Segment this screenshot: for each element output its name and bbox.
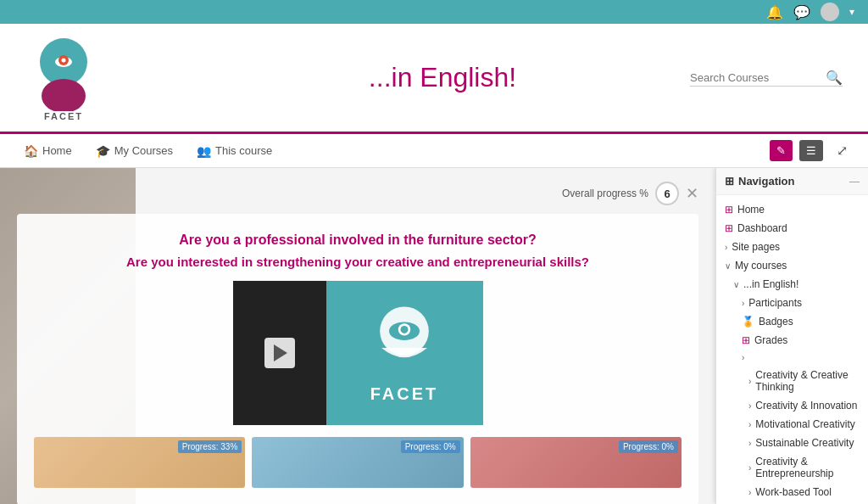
svg-point-1 [42,79,86,111]
progress-label: Overall progress % [562,188,648,199]
edit-button[interactable]: ✎ [770,140,793,161]
site-header: FACET ...in English! 🔍 [0,24,868,134]
video-facet-panel: FACET [326,281,483,425]
sidebar-item-entrepreneurship[interactable]: › Creativity & Entrepreneurship [716,452,868,483]
motivational-chevron: › [748,420,751,429]
home-tree-icon: ⊞ [725,204,733,216]
video-player: FACET [233,281,483,425]
creativity-chevron: › [748,377,751,386]
headline1: Are you a professional involved in the f… [34,231,682,249]
course-card-3[interactable]: Progress: 0% [470,437,682,488]
sidebar-item-expand[interactable]: › [716,350,868,366]
search-icon[interactable]: 🔍 [826,70,843,86]
sidebar-item-dashboard[interactable]: ⊞ Dashboard [716,219,868,238]
sidebar-item-participants[interactable]: › Participants [716,294,868,312]
sidebar-innovation-label: Creativity & Innovation [755,400,857,412]
navigation-sidebar: ⊞ Navigation — ⊞ Home ⊞ Dashboard › Site… [715,168,868,504]
sidebar-item-sustainable[interactable]: › Sustainable Creativity [716,434,868,452]
top-bar: 🔔 💬 ▾ [0,0,868,24]
sidebar-creativity-label: Creativity & Creative Thinking [755,369,860,393]
content-box: Are you a professional involved in the f… [17,214,698,504]
sidebar-item-motivational[interactable]: › Motivational Creativity [716,415,868,434]
cards-row: Progress: 33% Progress: 0% Progress: 0% [34,437,682,488]
main-layout: Overall progress % 6 ✕ Are you a profess… [0,168,868,504]
content-area: Overall progress % 6 ✕ Are you a profess… [0,168,715,504]
sidebar-item-workbased[interactable]: › Work-based Tool [716,483,868,501]
inenglish-chevron: ∨ [733,280,739,289]
sidebar-item-home[interactable]: ⊞ Home [716,200,868,219]
sustainable-chevron: › [748,439,751,448]
user-dropdown-arrow[interactable]: ▾ [849,6,854,18]
sidebar-grades-label: Grades [754,334,787,346]
mycourses-chevron: ∨ [725,261,731,271]
sidebar-sitepages-label: Site pages [732,241,780,253]
video-facet-label: FACET [366,384,442,404]
avatar[interactable] [821,3,839,21]
sidebar-title-text: Navigation [738,175,794,188]
card-progress-1: Progress: 33% [178,440,242,453]
course-card-1[interactable]: Progress: 33% [34,437,245,488]
mycourses-icon: 🎓 [96,144,110,158]
nav-my-courses[interactable]: 🎓 My Courses [86,139,183,163]
sidebar-workbased-label: Work-based Tool [755,486,832,498]
sidebar-header: ⊞ Navigation — [716,168,868,195]
sidebar-home-label: Home [737,204,765,216]
play-button[interactable] [264,338,295,368]
sidebar-title: ⊞ Navigation [725,175,794,188]
content-inner: Overall progress % 6 ✕ Are you a profess… [0,168,715,504]
nav-thiscourse-label: This course [215,144,272,157]
expand-chevron: › [742,353,744,362]
course-card-2[interactable]: Progress: 0% [252,437,463,488]
logo-text: FACET [44,111,83,121]
sidebar-item-site-pages[interactable]: › Site pages [716,238,868,256]
nav-home-label: Home [42,144,72,157]
close-button[interactable]: ✕ [686,184,698,203]
svg-point-9 [401,326,409,333]
navigation-icon: ⊞ [725,175,734,188]
chat-icon[interactable]: 💬 [793,4,810,20]
sidebar-mycourses-label: My courses [735,260,787,272]
sitepages-chevron: › [725,243,727,252]
grades-icon: ⊞ [742,334,750,346]
sidebar-item-creativity-innovation[interactable]: › Creativity & Innovation [716,396,868,415]
svg-point-4 [62,58,66,62]
sidebar-sustainable-label: Sustainable Creativity [755,437,854,449]
headline2: Are you interested in strengthening your… [34,255,682,269]
nav-this-course[interactable]: 👥 This course [186,139,282,163]
site-title: ...in English! [127,62,758,93]
sidebar-item-my-courses[interactable]: ∨ My courses [716,256,868,275]
sidebar-motivational-label: Motivational Creativity [755,418,854,430]
video-logo-svg [366,302,442,378]
card-progress-3: Progress: 0% [619,440,678,453]
home-icon: 🏠 [24,144,38,158]
sidebar-item-in-english[interactable]: ∨ ...in English! [716,275,868,294]
sidebar-item-grades[interactable]: ⊞ Grades [716,331,868,350]
dashboard-tree-icon: ⊞ [725,222,733,234]
nav-home[interactable]: 🏠 Home [14,139,82,163]
sidebar-badges-label: Badges [759,316,793,328]
sidebar-item-badges[interactable]: 🏅 Badges [716,312,868,331]
sidebar-entrepreneurship-label: Creativity & Entrepreneurship [755,456,860,479]
bell-icon[interactable]: 🔔 [766,4,783,20]
badges-icon: 🏅 [742,316,754,328]
sidebar-dashboard-label: Dashboard [737,222,787,234]
nav-tree: ⊞ Home ⊞ Dashboard › Site pages ∨ My cou… [716,195,868,504]
list-button[interactable]: ☰ [799,140,823,161]
search-area: 🔍 [690,70,843,87]
sidebar-close-button[interactable]: — [849,176,860,188]
entrepreneurship-chevron: › [748,463,751,473]
sidebar-participants-label: Participants [748,297,802,309]
play-triangle-icon [274,344,287,361]
expand-button[interactable]: ⤢ [830,138,854,163]
search-input[interactable] [690,71,826,84]
progress-row: Overall progress % 6 ✕ [17,182,698,205]
workbased-chevron: › [748,488,751,497]
thiscourse-icon: 👥 [197,144,211,158]
nav-mycourses-label: My Courses [114,144,173,157]
sidebar-item-creativity-creative[interactable]: › Creativity & Creative Thinking [716,366,868,396]
logo-area: FACET [25,35,102,121]
video-dark-panel [233,281,326,425]
progress-badge: 6 [655,182,679,205]
nav-bar: 🏠 Home 🎓 My Courses 👥 This course ✎ ☰ ⤢ [0,134,868,168]
innovation-chevron: › [748,401,751,411]
